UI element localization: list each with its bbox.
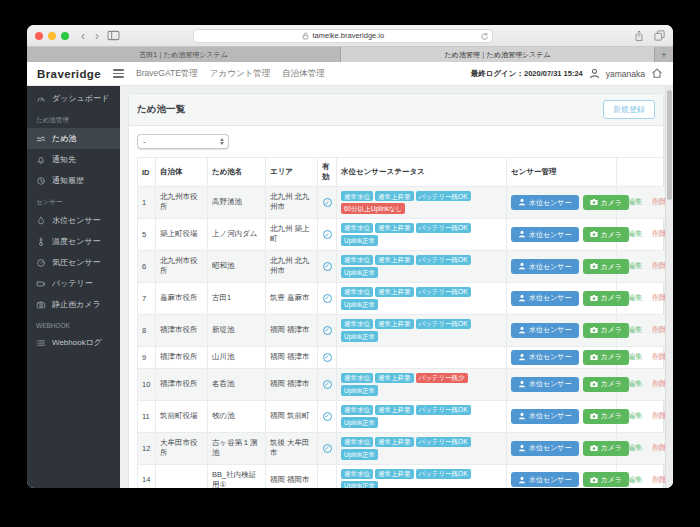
tab-overview-icon[interactable] xyxy=(654,30,665,42)
sidebar-item[interactable]: ため池 xyxy=(27,128,120,149)
pond-name-cell: 吉ヶ谷第１溜池 xyxy=(208,432,266,464)
camera-button[interactable]: カメラ xyxy=(583,259,630,274)
toolbar-right xyxy=(634,30,665,42)
browser-window: ‹ › tameike.braveridge.io 古田1｜ため池管理システム … xyxy=(27,25,673,488)
water-sensor-button[interactable]: 水位センサー xyxy=(511,472,579,487)
edit-link[interactable]: 編集 xyxy=(628,475,643,484)
edit-link[interactable]: 編集 xyxy=(628,261,643,270)
brand-logo[interactable]: Braveridge xyxy=(37,68,101,80)
water-sensor-button-label: 水位センサー xyxy=(529,263,572,271)
tab-pond-management[interactable]: ため池管理｜ため池管理システム xyxy=(341,47,655,62)
new-tab-button[interactable]: + xyxy=(655,47,673,62)
app-body: ダッシュボードため池管理ため池通知先通知履歴センサー水位センサー温度センサー気圧… xyxy=(27,86,673,488)
water-sensor-button[interactable]: 水位センサー xyxy=(511,227,579,242)
status-badge: Uplink正常 xyxy=(341,385,378,395)
nav-link-account[interactable]: アカウント管理 xyxy=(210,68,271,80)
municipality-cell: 福津市役所 xyxy=(156,368,208,400)
edit-link[interactable]: 編集 xyxy=(628,352,643,361)
municipality-cell xyxy=(156,464,208,488)
edit-link[interactable]: 編集 xyxy=(628,325,643,334)
sidebar-section-label: センサー xyxy=(27,191,120,210)
edit-link[interactable]: 編集 xyxy=(628,411,643,420)
camera-icon xyxy=(590,444,598,452)
edit-link[interactable]: 編集 xyxy=(628,197,643,206)
pond-name-cell: 新堤池 xyxy=(208,314,266,346)
pond-name-cell: 山川池 xyxy=(208,346,266,368)
id-cell: 10 xyxy=(138,368,156,400)
forward-button[interactable]: › xyxy=(93,30,101,42)
camera-button[interactable]: カメラ xyxy=(583,227,630,242)
camera-button[interactable]: カメラ xyxy=(583,350,630,365)
camera-button[interactable]: カメラ xyxy=(583,291,630,306)
sensor-manage-cell: 水位センサーカメラ xyxy=(507,218,617,250)
scrollbar-thumb[interactable] xyxy=(667,90,672,200)
sidebar-item-label: センサー xyxy=(36,198,62,205)
status-badge: 通常上昇量 xyxy=(375,373,414,383)
area-cell: 福岡 福津市 xyxy=(266,314,318,346)
sidebar-toggle-icon[interactable] xyxy=(107,30,120,41)
edit-link[interactable]: 編集 xyxy=(628,379,643,388)
water-sensor-button[interactable]: 水位センサー xyxy=(511,350,579,365)
zoom-window-button[interactable] xyxy=(61,32,69,40)
water-sensor-button[interactable]: 水位センサー xyxy=(511,441,579,456)
tab-pond-detail[interactable]: 古田1｜ため池管理システム xyxy=(27,47,341,62)
water-sensor-button[interactable]: 水位センサー xyxy=(511,291,579,306)
sidebar-item[interactable]: 温度センサー xyxy=(27,231,120,252)
water-sensor-button[interactable]: 水位センサー xyxy=(511,323,579,338)
sidebar-item[interactable]: 通知履歴 xyxy=(27,170,120,191)
window-controls xyxy=(35,32,69,40)
status-cell: 通常水位通常上昇量バッテリー残少Uplink正常 xyxy=(337,368,507,400)
sidebar-item[interactable]: バッテリー xyxy=(27,273,120,294)
water-sensor-button[interactable]: 水位センサー xyxy=(511,259,579,274)
status-badge: バッテリー残OK xyxy=(416,437,471,447)
sidebar-item[interactable]: ダッシュボード xyxy=(27,88,120,109)
camera-button[interactable]: カメラ xyxy=(583,441,630,456)
sidebar-item[interactable]: 静止画カメラ xyxy=(27,294,120,315)
water-sensor-button[interactable]: 水位センサー xyxy=(511,409,579,424)
water-sensor-button[interactable]: 水位センサー xyxy=(511,377,579,392)
reload-icon[interactable] xyxy=(480,32,489,41)
sidebar-item[interactable]: Webhookログ xyxy=(27,332,120,353)
nav-link-bravegate[interactable]: BraveGATE管理 xyxy=(136,68,198,80)
pond-name-cell: BB_社内検証用① xyxy=(208,464,266,488)
camera-button[interactable]: カメラ xyxy=(583,472,630,487)
sidebar-item[interactable]: 通知先 xyxy=(27,149,120,170)
sensor-manage-cell: 水位センサーカメラ xyxy=(507,432,617,464)
page-scrollbar[interactable] xyxy=(665,86,673,488)
minimize-window-button[interactable] xyxy=(48,32,56,40)
municipality-filter-select[interactable]: - xyxy=(137,134,229,149)
edit-link[interactable]: 編集 xyxy=(628,229,643,238)
hamburger-menu-icon[interactable] xyxy=(113,69,124,78)
sidebar-item[interactable]: 気圧センサー xyxy=(27,252,120,273)
sidebar-item[interactable]: 水位センサー xyxy=(27,210,120,231)
camera-button-label: カメラ xyxy=(601,231,623,239)
status-cell xyxy=(337,346,507,368)
person-icon xyxy=(518,230,526,238)
address-bar[interactable]: tameike.braveridge.io xyxy=(193,29,493,43)
close-window-button[interactable] xyxy=(35,32,43,40)
edit-link[interactable]: 編集 xyxy=(628,293,643,302)
water-sensor-button[interactable]: 水位センサー xyxy=(511,195,579,210)
back-button[interactable]: ‹ xyxy=(79,30,87,42)
status-badge: 通常水位 xyxy=(341,287,373,297)
camera-button[interactable]: カメラ xyxy=(583,377,630,392)
camera-button[interactable]: カメラ xyxy=(583,409,630,424)
username-text[interactable]: yamanaka xyxy=(606,69,645,79)
status-cell: 通常水位通常上昇量バッテリー残OKUplink正常 xyxy=(337,464,507,488)
camera-button[interactable]: カメラ xyxy=(583,323,630,338)
status-cell: 通常水位通常上昇量バッテリー残OKUplink正常 xyxy=(337,400,507,432)
table-row: 5築上町役場上ノ河内ダム北九州 築上町✓通常水位通常上昇量バッテリー残OKUpl… xyxy=(138,218,674,250)
camera-button[interactable]: カメラ xyxy=(583,195,630,210)
status-cell: 通常水位通常上昇量バッテリー残OKUplink正常 xyxy=(337,250,507,282)
home-icon[interactable] xyxy=(651,65,663,83)
edit-link[interactable]: 編集 xyxy=(628,443,643,452)
area-cell: 筑後 大牟田市 xyxy=(266,432,318,464)
pond-name-cell: 昭和池 xyxy=(208,250,266,282)
water-sensor-button-label: 水位センサー xyxy=(529,294,572,302)
share-icon[interactable] xyxy=(634,30,644,42)
temperature-icon xyxy=(36,237,46,247)
register-button[interactable]: 新規登録 xyxy=(603,100,655,119)
person-icon xyxy=(518,294,526,302)
nav-link-municipality[interactable]: 自治体管理 xyxy=(282,68,325,80)
sidebar-item-label: ダッシュボード xyxy=(52,93,109,104)
